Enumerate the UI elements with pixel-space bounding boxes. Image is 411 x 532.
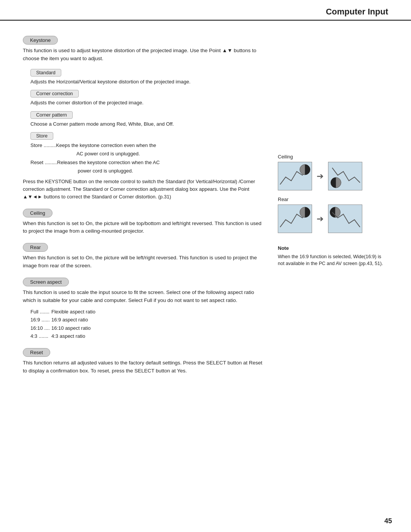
screen-aspect-section: Screen aspect This function is used to s… [23,274,266,340]
keystone-section: Keystone This function is used to adjust… [23,32,266,201]
rear-section: Rear When this function is set to On, th… [23,239,266,270]
reset-row-1: Reset ......... Releases the keystone co… [30,158,266,175]
ceiling-diagram-row: ➔ [278,162,388,190]
page-container: Computer Input Keystone This function is… [0,0,411,532]
rear-text: When this function is set to On, the pic… [23,254,266,270]
rear-arrow: ➔ [317,214,323,224]
store-key: Store ......... [30,141,56,158]
corner-pattern-label: Corner pattern [30,111,73,119]
ceiling-diagram-label: Ceiling [278,154,388,160]
aspect-list: Full ....... Flexible aspect ratio 16:9 … [30,308,266,340]
aspect-val-full: Flexible aspect ratio [51,308,96,316]
aspect-row-43: 4:3 ....... 4:3 aspect ratio [30,332,266,340]
store-label: Store [30,132,53,140]
note-box: Note When the 16:9 function is selected,… [278,244,388,267]
standard-label: Standard [30,69,61,77]
rear-after-box [328,204,362,233]
reset-text: This function returns all adjusted value… [23,359,266,375]
page-number: 45 [384,517,392,525]
aspect-key-43: 4:3 ....... [30,332,51,340]
aspect-row-1610: 16:10 .... 16:10 aspect ratio [30,324,266,332]
corner-correction-text: Adjusts the corner distortion of the pro… [30,99,266,107]
ceiling-label: Ceiling [23,209,53,217]
rear-diagram-row: ➔ [278,204,388,233]
reset-val: Releases the keystone correction when th… [57,158,160,175]
ceiling-arrow: ➔ [317,171,323,181]
store-val: Keeps the keystone correction even when … [56,141,156,158]
ceiling-section: Ceiling When this function is set to On,… [23,205,266,236]
corner-pattern-text: Choose a Corner pattern mode among Red, … [30,120,266,128]
aspect-key-1610: 16:10 .... [30,324,51,332]
header: Computer Input [0,0,411,21]
right-column: Ceiling ➔ [278,32,388,378]
store-row-1: Store ......... Keeps the keystone corre… [30,141,266,158]
reset-key: Reset ......... [30,158,57,175]
keystone-label: Keystone [23,36,58,45]
corner-correction-label: Corner correction [30,90,79,97]
page-title: Computer Input [326,7,388,16]
standard-text: Adjusts the Horizontal/Vertical keystone… [30,78,266,86]
aspect-key-full: Full ....... [30,308,51,316]
press-text: Press the KEYSTONE button on the remote … [23,178,266,201]
screen-aspect-label: Screen aspect [23,278,69,286]
content-area: Keystone This function is used to adjust… [0,21,411,393]
aspect-val-43: 4:3 aspect ratio [51,332,85,340]
aspect-row-full: Full ....... Flexible aspect ratio [30,308,266,316]
screen-aspect-text: This function is used to scale the input… [23,289,266,305]
note-text: When the 16:9 function is selected, Wide… [278,253,388,268]
rear-diagram-label: Rear [278,197,388,202]
reset-section: Reset This function returns all adjusted… [23,344,266,375]
left-column: Keystone This function is used to adjust… [23,32,266,378]
aspect-key-169: 16:9 ...... [30,316,51,324]
ceiling-text: When this function is set to On, the pic… [23,220,266,236]
aspect-val-1610: 16:10 aspect ratio [51,324,91,332]
aspect-val-169: 16:9 aspect ratio [51,316,88,324]
rear-before-box [278,204,312,233]
note-title: Note [278,244,388,252]
reset-label: Reset [23,348,50,357]
store-list: Store ......... Keeps the keystone corre… [30,141,266,175]
ceiling-before-box [278,162,312,190]
ceiling-after-box [328,162,362,190]
rear-label: Rear [23,243,48,252]
keystone-text: This function is used to adjust keystone… [23,47,266,63]
aspect-row-169: 16:9 ...... 16:9 aspect ratio [30,316,266,324]
